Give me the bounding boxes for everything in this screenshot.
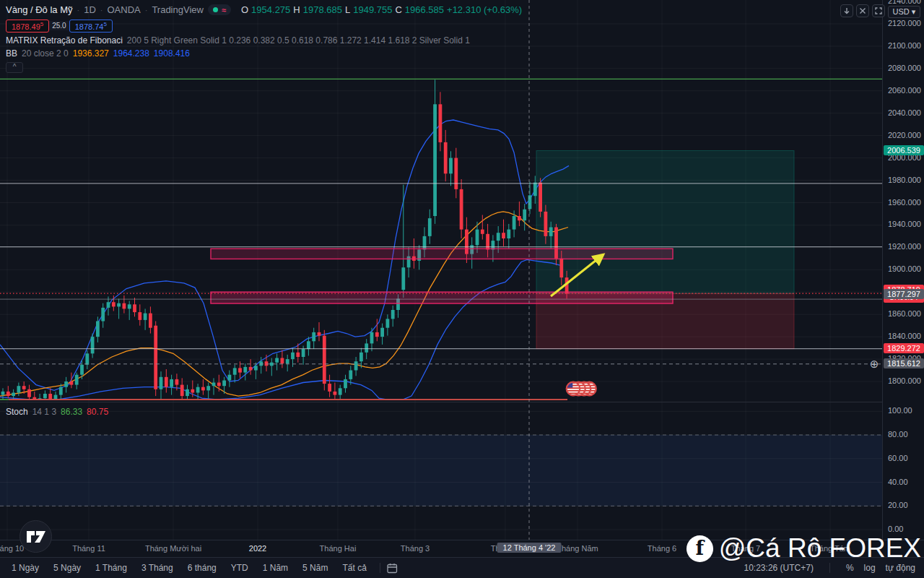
tradingview-logo[interactable] — [19, 520, 52, 553]
stoch-tick: 0.00 — [883, 525, 924, 533]
toolbar-right: 10:23:26 (UTC+7) % log tự động — [744, 563, 924, 573]
indicator-name[interactable]: MATRIX Retração de Fibonaci — [6, 35, 123, 46]
channel-watermark: f @Cá Rô FOREX — [687, 533, 921, 564]
bb-upper-value: 1964.238 — [113, 48, 149, 59]
close-value: 1966.585 — [405, 4, 444, 15]
price-axis-label: 1815.612 — [884, 358, 924, 368]
maximize-pane-button[interactable] — [872, 4, 885, 17]
buy-button[interactable]: 1878.745 — [69, 20, 113, 33]
price-tick: 1920.000 — [883, 242, 924, 251]
range-button[interactable]: Tất cả — [335, 561, 373, 575]
indicator-name[interactable]: Stoch — [6, 407, 28, 417]
watermark-handle: @Cá Rô FOREX — [719, 533, 921, 564]
range-button[interactable]: 6 tháng — [180, 561, 224, 575]
clock-label[interactable]: 10:23:26 (UTC+7) — [744, 563, 814, 573]
time-axis-label: 2022 — [249, 544, 266, 553]
pane-controls — [840, 4, 885, 17]
bb-lower-value: 1908.416 — [154, 48, 190, 59]
range-button[interactable]: 1 Tháng — [88, 561, 134, 575]
range-button[interactable]: 5 Ngày — [46, 561, 88, 575]
low-value: 1949.755 — [353, 4, 392, 15]
separator: · — [100, 6, 103, 14]
price-tick: 2120.000 — [883, 19, 924, 27]
open-value: 1954.275 — [251, 4, 290, 15]
change-value: +12.310 (+0.63%) — [447, 4, 522, 15]
price-tick: 1800.000 — [883, 376, 924, 385]
trade-buttons: 1878.495 25.0 1878.745 — [6, 20, 113, 33]
market-open-icon — [213, 7, 218, 12]
divider — [829, 563, 830, 573]
indicator-matrix-row[interactable]: MATRIX Retração de Fibonaci 200 5 Right … — [6, 35, 470, 46]
range-button[interactable]: YTD — [224, 561, 256, 575]
indicator-params: 20 close 2 0 — [22, 48, 69, 59]
time-axis-label: Tháng 6 — [648, 544, 676, 553]
separator: · — [77, 6, 80, 14]
low-label: L — [345, 4, 350, 15]
crosshair-date-label: 12 Tháng 4 '22 — [497, 543, 562, 553]
date-range-buttons: 1 Ngày5 Ngày1 Tháng3 Tháng6 thángYTD1 Nă… — [0, 561, 374, 575]
price-tick: 2100.000 — [883, 41, 924, 50]
price-tick: 1980.000 — [883, 176, 924, 184]
log-scale-button[interactable]: log — [864, 563, 876, 573]
indicator-stoch-row[interactable]: Stoch 14 1 3 86.33 80.75 — [6, 407, 108, 417]
price-tick: 2080.000 — [883, 64, 924, 72]
symbol-title[interactable]: Vàng / Đô la Mỹ — [6, 4, 73, 15]
price-tick: 2060.000 — [883, 86, 924, 95]
chart-plot[interactable] — [0, 0, 882, 540]
collapse-pane-button[interactable] — [856, 4, 869, 17]
go-to-date-button[interactable] — [386, 562, 398, 574]
stoch-band — [0, 435, 882, 506]
stoch-tick: 60.00 — [883, 454, 924, 462]
price-tick: 1860.000 — [883, 309, 924, 318]
divider — [380, 563, 380, 573]
facebook-icon: f — [687, 535, 713, 562]
close-label: C — [395, 4, 401, 15]
exchange-label: OANDA — [107, 4, 140, 15]
ohlc-values: O1954.275 H1978.685 L1949.755 C1966.585 … — [241, 4, 522, 15]
stoch-tick: 20.00 — [883, 501, 924, 509]
range-button[interactable]: 3 Tháng — [134, 561, 180, 575]
high-value: 1978.685 — [303, 4, 342, 15]
time-axis-label: Tháng 11 — [72, 544, 105, 553]
time-axis-label: Tháng 3 — [401, 544, 430, 553]
collapse-legend-button[interactable]: ^ — [6, 62, 23, 73]
range-button[interactable]: 1 Năm — [256, 561, 295, 575]
price-tick: 2020.000 — [883, 131, 924, 139]
range-button[interactable]: 1 Ngày — [4, 561, 46, 575]
bb-lower-band — [0, 259, 560, 400]
percent-scale-button[interactable]: % — [846, 563, 854, 573]
indicator-params: 200 5 Right Green Solid 1 0.236 0.382 0.… — [127, 35, 470, 46]
tradingview-chart-window: Vàng / Đô la Mỹ · 1D · OANDA · TradingVi… — [0, 0, 924, 578]
price-tick: 1960.000 — [883, 198, 924, 207]
indicator-params: 14 1 3 — [32, 407, 56, 417]
auto-scale-button[interactable]: tự động — [886, 563, 915, 573]
bb-basis-value: 1936.327 — [73, 48, 109, 59]
time-axis-label: Tháng Mười hai — [145, 544, 201, 553]
range-button[interactable]: 5 Năm — [295, 561, 335, 575]
price-axis-label: 2006.539 — [884, 145, 924, 155]
indicator-name[interactable]: BB — [6, 48, 17, 59]
price-axis-label: 1829.272 — [884, 343, 924, 353]
market-status-pill[interactable]: ≈ — [208, 4, 231, 15]
open-label: O — [241, 4, 248, 15]
stoch-k-value: 86.33 — [61, 407, 82, 417]
currency-dropdown[interactable]: USD ▾ — [888, 6, 920, 18]
indicator-bb-row[interactable]: BB 20 close 2 0 1936.327 1964.238 1908.4… — [6, 48, 190, 59]
stoch-tick: 80.00 — [883, 430, 924, 439]
platform-label: TradingView — [152, 4, 204, 15]
sell-button[interactable]: 1878.495 — [6, 20, 49, 33]
spread-value: 25.0 — [49, 21, 69, 30]
price-tick: 2040.000 — [883, 108, 924, 117]
long-position-profit-box[interactable] — [536, 151, 794, 294]
price-axis[interactable]: USD ▾ 2140.0002120.0002100.0002080.00020… — [882, 0, 924, 540]
time-axis-label: Tháng Năm — [557, 544, 598, 553]
chart-canvas[interactable] — [0, 0, 882, 540]
add-alert-plus-icon[interactable]: ⊕ — [868, 358, 880, 370]
separator: · — [145, 6, 148, 14]
move-pane-down-button[interactable] — [840, 4, 853, 17]
interval-label[interactable]: 1D — [84, 4, 96, 15]
symbol-legend[interactable]: Vàng / Đô la Mỹ · 1D · OANDA · TradingVi… — [6, 4, 522, 15]
supply-demand-zone[interactable] — [211, 249, 673, 259]
price-axis-label: 1877.297 — [884, 289, 924, 299]
price-tick: 1900.000 — [883, 264, 924, 273]
